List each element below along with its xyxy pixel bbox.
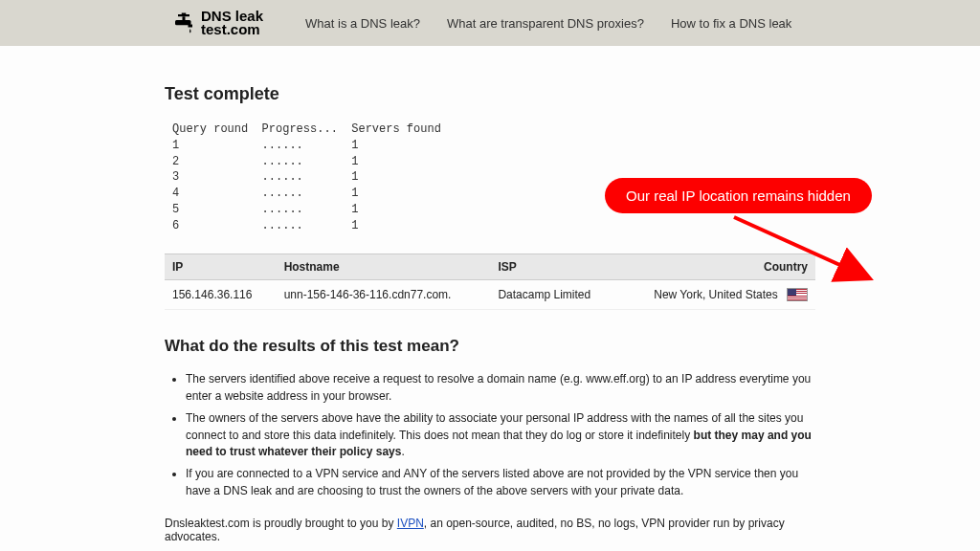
main-content: Our real IP location remains hidden Test… — [165, 46, 815, 551]
brand-text: DNS leak test.com — [201, 10, 263, 37]
list-item: If you are connected to a VPN service an… — [186, 466, 815, 499]
top-nav: DNS leak test.com What is a DNS leak? Wh… — [0, 0, 980, 46]
svg-rect-4 — [189, 25, 193, 28]
footer-attribution: Dnsleaktest.com is proudly brought to yo… — [165, 517, 815, 543]
svg-rect-3 — [175, 20, 191, 25]
svg-rect-2 — [183, 16, 186, 20]
col-hostname: Hostname — [277, 253, 491, 279]
list-item: The owners of the servers above have the… — [186, 410, 815, 460]
explain-title: What do the results of this test mean? — [165, 337, 815, 356]
svg-line-6 — [734, 217, 863, 276]
annotation-arrow-icon — [729, 212, 882, 289]
col-ip: IP — [165, 253, 277, 279]
cell-ip: 156.146.36.116 — [165, 279, 277, 310]
ivpn-link[interactable]: IVPN — [397, 517, 424, 530]
table-row: 156.146.36.116 unn-156-146-36-116.cdn77.… — [165, 279, 815, 310]
cell-isp: Datacamp Limited — [490, 279, 616, 310]
table-header-row: IP Hostname ISP Country — [165, 253, 815, 279]
brand-logo[interactable]: DNS leak test.com — [172, 10, 263, 37]
col-isp: ISP — [490, 253, 616, 279]
list-item: The servers identified above receive a r… — [186, 371, 815, 405]
svg-rect-1 — [178, 14, 189, 16]
page-title: Test complete — [165, 84, 815, 104]
explain-list: The servers identified above receive a r… — [165, 371, 815, 499]
nav-what-is-leak[interactable]: What is a DNS leak? — [305, 16, 420, 31]
us-flag-icon — [787, 288, 808, 301]
annotation-text: Our real IP location remains hidden — [605, 178, 872, 213]
faucet-icon — [172, 11, 195, 34]
cell-hostname: unn-156-146-36-116.cdn77.com. — [277, 279, 491, 310]
nav-transparent-proxies[interactable]: What are transparent DNS proxies? — [447, 16, 644, 31]
annotation-callout: Our real IP location remains hidden — [605, 178, 872, 213]
nav-how-to-fix[interactable]: How to fix a DNS leak — [671, 16, 791, 31]
results-table: IP Hostname ISP Country 156.146.36.116 u… — [165, 253, 815, 311]
